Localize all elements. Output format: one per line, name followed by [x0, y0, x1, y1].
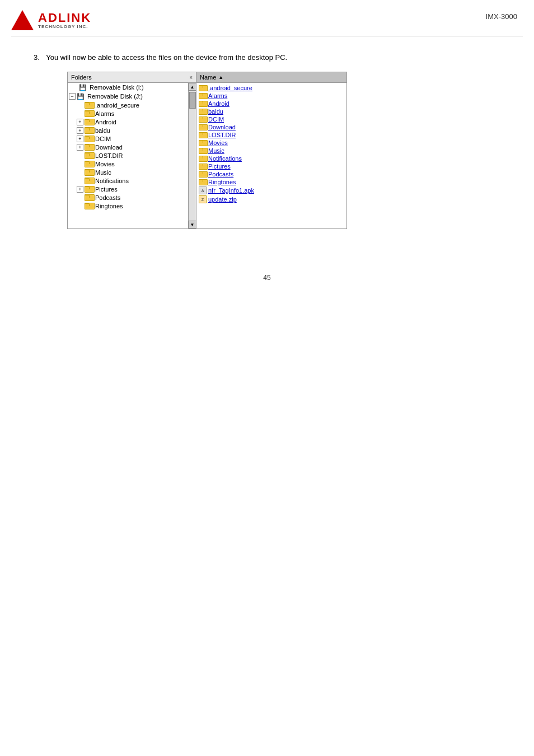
name-item-movies_r[interactable]: Movies	[196, 139, 346, 147]
collapse-icon-removable_j[interactable]: −	[69, 93, 76, 100]
header-model: IMX-3000	[486, 12, 517, 21]
tree-item-removable_i[interactable]: 💾Removable Disk (I:)	[68, 83, 188, 92]
folders-title: Folders	[71, 74, 92, 81]
name-item-podcasts_r[interactable]: Podcasts	[196, 170, 346, 178]
folder-icon-pictures_r	[199, 163, 207, 170]
scroll-thumb[interactable]	[189, 92, 196, 109]
expand-icon-pictures[interactable]: +	[77, 186, 83, 193]
name-label-movies_r: Movies	[208, 139, 228, 146]
tree-item-baidu[interactable]: +baidu	[68, 126, 188, 134]
explorer-window: Folders × 💾Removable Disk (I:)−💾Removabl…	[67, 72, 347, 229]
tree-item-music[interactable]: Music	[68, 168, 188, 176]
tree-item-download[interactable]: +Download	[68, 143, 188, 151]
sort-ascending-icon: ▲	[218, 74, 223, 80]
folder-icon-android_secure_r	[199, 85, 207, 91]
expand-icon-dcim[interactable]: +	[77, 136, 83, 142]
name-item-android_secure_r[interactable]: .android_secure	[196, 84, 346, 92]
tree-label-removable_j: Removable Disk (J:)	[87, 93, 143, 100]
tree-item-dcim[interactable]: +DCIM	[68, 134, 188, 143]
tree-label-android: Android	[95, 119, 116, 125]
name-item-dcim_r[interactable]: DCIM	[196, 115, 346, 123]
tree-label-movies: Movies	[95, 161, 115, 167]
folder-icon-ringtones	[85, 202, 93, 209]
header: ADLINK TECHNOLOGY INC. IMX-3000	[0, 0, 534, 36]
name-item-music_r[interactable]: Music	[196, 147, 346, 155]
tree-item-lostdir[interactable]: LOST.DIR	[68, 151, 188, 160]
tree-label-baidu: baidu	[95, 127, 110, 134]
folder-icon-dcim_r	[199, 116, 207, 123]
name-label-ringtones_r: Ringtones	[208, 179, 236, 185]
folder-icon-notifications	[85, 177, 93, 184]
name-item-update_zip[interactable]: Zupdate.zip	[196, 195, 346, 204]
expand-icon-baidu[interactable]: +	[77, 127, 83, 134]
name-list: .android_secureAlarmsAndroidbaiduDCIMDow…	[196, 83, 346, 205]
folder-icon-podcasts	[85, 194, 93, 201]
name-item-lostdir_r[interactable]: LOST.DIR	[196, 131, 346, 139]
name-label-music_r: Music	[208, 147, 224, 154]
tree-item-alarms[interactable]: Alarms	[68, 109, 188, 118]
expand-icon-download[interactable]: +	[77, 144, 83, 151]
name-item-pictures_r[interactable]: Pictures	[196, 162, 346, 170]
page-number: 45	[0, 274, 534, 282]
tree-label-notifications: Notifications	[95, 178, 129, 184]
step-number: 3.	[34, 53, 40, 62]
folder-icon-baidu_r	[199, 108, 207, 115]
folder-icon-alarms_r	[199, 92, 207, 99]
folders-close-button[interactable]: ×	[189, 74, 193, 81]
name-label-android_r: Android	[208, 100, 229, 107]
tree-item-removable_j[interactable]: −💾Removable Disk (J:)	[68, 92, 188, 101]
folder-icon-music_r	[199, 147, 207, 154]
tree-label-ringtones: Ringtones	[95, 203, 123, 209]
scroll-up-button[interactable]: ▲	[189, 83, 196, 91]
logo-text: ADLINK TECHNOLOGY INC.	[38, 11, 91, 30]
name-item-alarms_r[interactable]: Alarms	[196, 92, 346, 100]
folder-icon-download_r	[199, 124, 207, 130]
tree-label-lostdir: LOST.DIR	[95, 152, 123, 159]
name-item-baidu_r[interactable]: baidu	[196, 108, 346, 115]
name-item-nfc_apk[interactable]: Anfr_TagInfo1.apk	[196, 186, 346, 195]
folder-icon-android	[85, 118, 93, 125]
name-panel-header[interactable]: Name ▲	[196, 72, 346, 83]
tree-item-pictures[interactable]: +Pictures	[68, 185, 188, 193]
tree-item-android[interactable]: +Android	[68, 118, 188, 126]
main-content: 3. You will now be able to access the fi…	[0, 36, 534, 251]
scroll-down-button[interactable]: ▼	[189, 221, 196, 228]
expand-icon-android[interactable]: +	[77, 119, 83, 125]
tree-label-pictures: Pictures	[95, 186, 118, 193]
step-description: You will now be able to access the files…	[46, 53, 287, 62]
folder-icon-lostdir_r	[199, 132, 207, 138]
tree-item-movies[interactable]: Movies	[68, 160, 188, 168]
name-item-ringtones_r[interactable]: Ringtones	[196, 178, 346, 186]
tree-label-download: Download	[95, 144, 123, 151]
tree-item-podcasts[interactable]: Podcasts	[68, 193, 188, 202]
name-label-download_r: Download	[208, 124, 236, 130]
tree-item-notifications[interactable]: Notifications	[68, 176, 188, 185]
name-item-download_r[interactable]: Download	[196, 123, 346, 131]
name-panel: Name ▲ .android_secureAlarmsAndroidbaidu…	[196, 72, 346, 228]
folder-icon-music	[85, 169, 93, 176]
name-label-pictures_r: Pictures	[208, 163, 231, 170]
name-label-podcasts_r: Podcasts	[208, 171, 233, 178]
folders-tree-content: 💾Removable Disk (I:)−💾Removable Disk (J:…	[68, 83, 188, 228]
folder-icon-lostdir	[85, 152, 93, 159]
folders-scrollbar[interactable]: ▲ ▼	[188, 83, 196, 228]
folders-panel: Folders × 💾Removable Disk (I:)−💾Removabl…	[68, 72, 196, 228]
apk-icon-nfc_apk: A	[199, 186, 207, 194]
name-item-android_r[interactable]: Android	[196, 100, 346, 108]
tree-label-removable_i: Removable Disk (I:)	[90, 84, 144, 91]
logo-adlink: ADLINK	[38, 11, 91, 25]
folders-scroll-area: 💾Removable Disk (I:)−💾Removable Disk (J:…	[68, 83, 196, 228]
logo-sub: TECHNOLOGY INC.	[38, 25, 91, 30]
tree-item-ringtones[interactable]: Ringtones	[68, 202, 188, 210]
folder-icon-ringtones_r	[199, 179, 207, 185]
folder-icon-movies_r	[199, 139, 207, 146]
folder-icon-android_secure	[85, 101, 93, 109]
scroll-track	[189, 91, 196, 221]
folder-icon-alarms	[85, 110, 93, 117]
logo-area: ADLINK TECHNOLOGY INC.	[11, 10, 91, 30]
name-item-notifications_r[interactable]: Notifications	[196, 155, 346, 162]
logo-triangle-icon	[11, 10, 34, 30]
tree-item-android_secure[interactable]: .android_secure	[68, 101, 188, 109]
usb-drive-icon: 💾	[79, 83, 88, 91]
folder-icon-notifications_r	[199, 155, 207, 162]
